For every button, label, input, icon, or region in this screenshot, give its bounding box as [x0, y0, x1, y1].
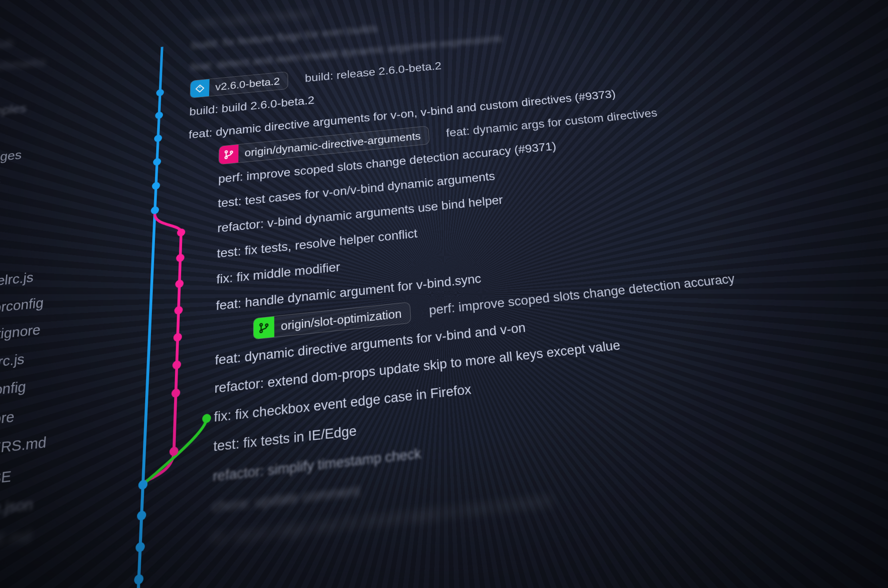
tree-item-label: github	[0, 32, 15, 57]
branch-icon	[219, 145, 238, 165]
branch-icon	[254, 316, 274, 339]
commit-graph: build: build 2.6.0-beta.3build: fix feat…	[76, 0, 888, 588]
tree-item-label: README.md	[0, 520, 32, 562]
svg-point-18	[134, 574, 144, 585]
tag-icon	[190, 79, 209, 98]
badge-label: v2.6.0-beta.2	[215, 75, 280, 93]
svg-point-22	[199, 87, 201, 88]
